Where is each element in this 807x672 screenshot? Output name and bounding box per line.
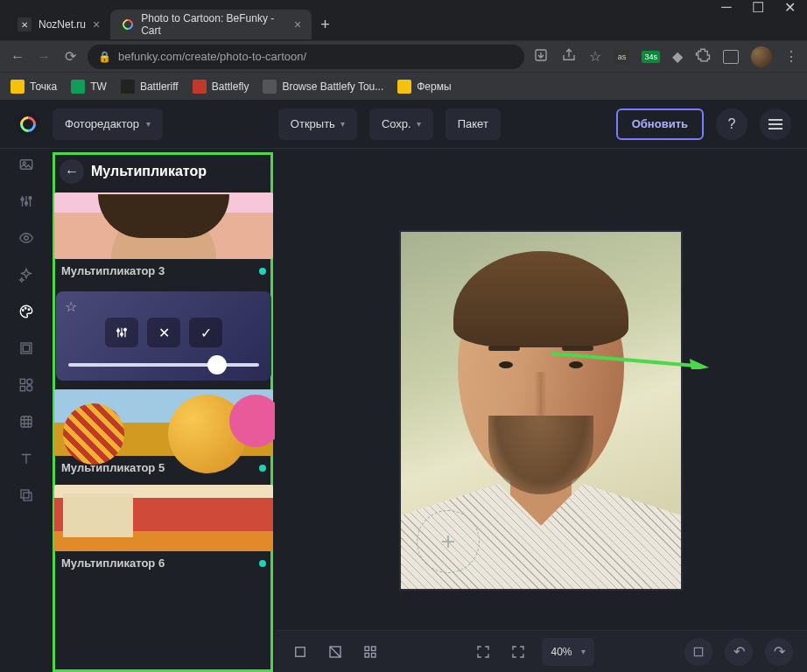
back-icon[interactable]: ← xyxy=(9,49,26,65)
bookmark-item[interactable]: Browse Battlefy Tou... xyxy=(263,80,383,94)
effect-item[interactable]: Мультипликатор 6 xyxy=(54,485,273,577)
svg-point-7 xyxy=(23,310,25,312)
save-button[interactable]: Сохр.▾ xyxy=(369,108,433,140)
frame-tool-icon[interactable] xyxy=(16,338,37,359)
bookmark-item[interactable]: Battleriff xyxy=(121,80,179,94)
shapes-tool-icon[interactable] xyxy=(16,374,37,396)
lastfm-ext-icon[interactable]: as xyxy=(614,50,629,64)
effect-label: Мультипликатор 3 xyxy=(61,264,165,277)
tab-title: Photo to Cartoon: BeFunky - Cart xyxy=(141,12,287,37)
svg-rect-14 xyxy=(20,387,25,391)
artsy-tool-icon[interactable] xyxy=(16,301,37,322)
fullscreen-icon[interactable] xyxy=(472,640,495,663)
compare-button[interactable] xyxy=(684,638,712,666)
apply-button[interactable]: ✓ xyxy=(189,318,222,347)
slider-thumb[interactable] xyxy=(209,357,225,373)
image-tool-icon[interactable] xyxy=(16,154,37,175)
browser-tab[interactable]: ✕ NozNet.ru × xyxy=(7,10,110,39)
effect-label: Мультипликатор 5 xyxy=(61,461,165,474)
eye-tool-icon[interactable] xyxy=(16,228,37,248)
close-window-button[interactable]: ✕ xyxy=(784,2,795,12)
address-bar-row: ← → ⟳ 🔒 befunky.com/create/photo-to-cart… xyxy=(0,40,807,72)
panel-back-button[interactable]: ← xyxy=(60,159,84,184)
svg-point-19 xyxy=(117,330,120,332)
svg-rect-30 xyxy=(694,648,702,655)
sparkle-tool-icon[interactable] xyxy=(16,264,37,285)
menu-button[interactable] xyxy=(760,108,791,140)
bookmark-item[interactable]: Battlefly xyxy=(193,80,249,94)
svg-point-6 xyxy=(25,236,29,241)
maximize-button[interactable]: ☐ xyxy=(753,2,763,12)
effect-controls: ☆ ✕ ✓ xyxy=(56,291,271,381)
adjust-tool-icon[interactable] xyxy=(16,191,37,212)
svg-rect-11 xyxy=(23,345,30,352)
crop-icon[interactable] xyxy=(289,640,312,663)
layers-tool-icon[interactable] xyxy=(16,485,37,506)
menu-icon[interactable]: ⋮ xyxy=(784,48,798,65)
install-icon[interactable] xyxy=(533,47,549,66)
cancel-button[interactable]: ✕ xyxy=(147,318,180,347)
star-icon[interactable]: ☆ xyxy=(589,48,601,65)
address-bar[interactable]: 🔒 befunky.com/create/photo-to-cartoon/ xyxy=(88,45,524,69)
app-logo[interactable] xyxy=(16,112,40,136)
intensity-slider[interactable] xyxy=(68,363,259,367)
chevron-down-icon: ▾ xyxy=(581,647,586,656)
ext-icon[interactable]: ◆ xyxy=(672,48,683,65)
fit-icon[interactable] xyxy=(507,640,530,663)
extensions-icon[interactable] xyxy=(695,47,711,66)
tab-strip: ✕ NozNet.ru × Photo to Cartoon: BeFunky … xyxy=(0,9,807,40)
tab-title: NozNet.ru xyxy=(39,18,86,31)
redo-button[interactable]: ↷ xyxy=(765,638,793,666)
svg-rect-12 xyxy=(20,379,25,383)
svg-point-9 xyxy=(28,309,30,311)
batch-button[interactable]: Пакет xyxy=(446,108,501,140)
svg-rect-27 xyxy=(372,647,376,651)
chevron-down-icon: ▾ xyxy=(146,119,151,129)
bookmark-item[interactable]: Точка xyxy=(11,80,57,94)
bookmark-item[interactable]: Фермы xyxy=(397,80,451,94)
settings-button[interactable] xyxy=(105,318,138,347)
effect-thumbnail xyxy=(54,192,273,259)
transform-icon[interactable] xyxy=(324,640,347,663)
effect-thumbnail xyxy=(54,389,273,456)
svg-point-3 xyxy=(21,198,24,200)
svg-rect-26 xyxy=(365,647,369,651)
favorite-icon[interactable]: ☆ xyxy=(65,298,77,315)
grid-icon[interactable] xyxy=(359,640,382,663)
chevron-down-icon: ▾ xyxy=(340,119,345,129)
undo-button[interactable]: ↶ xyxy=(725,638,753,666)
bookmark-item[interactable]: TW xyxy=(71,80,107,94)
ext-badge-icon[interactable]: 34s xyxy=(642,51,660,63)
zoom-control[interactable]: 40%▾ xyxy=(542,638,593,666)
browser-tab[interactable]: Photo to Cartoon: BeFunky - Cart × xyxy=(110,10,312,39)
close-tab-icon[interactable]: × xyxy=(93,18,100,32)
bookmarks-bar: Точка TW Battleriff Battlefly Browse Bat… xyxy=(0,72,807,100)
svg-point-4 xyxy=(25,202,28,205)
effect-item[interactable]: Мультипликатор 5 xyxy=(54,389,273,481)
ext-icon[interactable] xyxy=(723,50,739,64)
minimize-button[interactable]: ─ xyxy=(721,2,732,12)
hamburger-icon xyxy=(768,123,782,125)
canvas[interactable] xyxy=(399,230,683,591)
help-button[interactable]: ? xyxy=(716,108,747,140)
forward-icon[interactable]: → xyxy=(35,49,53,65)
open-button[interactable]: Открыть▾ xyxy=(278,108,357,140)
watermark-icon xyxy=(417,510,480,573)
svg-rect-17 xyxy=(21,490,29,498)
share-icon[interactable] xyxy=(561,47,577,66)
new-tab-button[interactable]: + xyxy=(312,16,339,34)
effect-item[interactable]: Мультипликатор 3 xyxy=(54,192,273,284)
profile-avatar[interactable] xyxy=(751,46,772,67)
text-tool-icon[interactable] xyxy=(16,448,37,469)
bookmark-icon xyxy=(71,80,85,94)
favicon-icon xyxy=(121,18,134,32)
premium-dot-icon xyxy=(259,465,266,472)
texture-tool-icon[interactable] xyxy=(16,411,37,432)
lock-icon: 🔒 xyxy=(98,51,111,63)
mode-dropdown[interactable]: Фоторедактор▾ xyxy=(53,108,163,140)
upgrade-button[interactable]: Обновить xyxy=(616,108,704,140)
panel-title: Мультипликатор xyxy=(91,164,207,179)
bookmark-icon xyxy=(193,80,207,94)
close-tab-icon[interactable]: × xyxy=(294,18,301,32)
reload-icon[interactable]: ⟳ xyxy=(61,48,79,65)
